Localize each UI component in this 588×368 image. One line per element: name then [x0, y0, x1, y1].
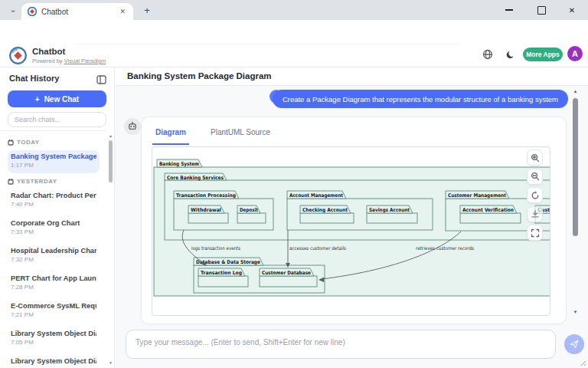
- chat-item[interactable]: Radar Chart: Product Perfor... 7:40 PM: [8, 189, 100, 212]
- chat-item-selected[interactable]: Banking System Package Dia... 1:17 PM: [8, 150, 100, 173]
- dark-mode-moon-icon[interactable]: [506, 49, 515, 63]
- pkg-transaction-processing: Transaction Processing: [176, 192, 236, 199]
- search-input[interactable]: [8, 112, 106, 127]
- sidebar: Chat History + New Chat TODAY Banking Sy…: [0, 67, 115, 368]
- section-yesterday: YESTERDAY: [8, 178, 106, 185]
- package-diagram: Banking System Core Banking Services Tra…: [152, 147, 550, 316]
- chat-scroll-up-icon[interactable]: ▲: [572, 89, 579, 94]
- conversation-titlebar: Banking System Package Diagram: [115, 67, 588, 86]
- sidebar-scrollbar-thumb[interactable]: [109, 140, 113, 182]
- pkg-withdrawal: Withdrawal: [191, 207, 221, 213]
- chat-item[interactable]: Hospital Leadership Chart 7:32 PM: [8, 245, 100, 268]
- tab-plantuml-source[interactable]: PlantUML Source: [207, 125, 273, 145]
- calendar-icon: [8, 179, 14, 185]
- sidebar-title: Chat History: [9, 74, 59, 83]
- new-chat-label: New Chat: [44, 95, 80, 104]
- response-tabs: Diagram PlantUML Source: [152, 125, 273, 145]
- pkg-customer-management: Customer Management: [448, 192, 506, 199]
- section-label: YESTERDAY: [17, 178, 57, 185]
- chat-item[interactable]: E-Commerce SysML Require... 7:21 PM: [8, 300, 100, 323]
- chat-item-title: Radar Chart: Product Perfor...: [11, 192, 96, 199]
- pkg-checking-account: Checking Account: [302, 207, 348, 213]
- chat-item-time: 7:33 PM: [11, 228, 96, 235]
- pkg-savings-account: Savings Account: [369, 207, 410, 213]
- assistant-response-card: Diagram PlantUML Source Banking System C…: [141, 117, 567, 324]
- pkg-database-storage: Database & Data Storage: [196, 259, 261, 265]
- tab-close-icon[interactable]: ✕: [118, 8, 127, 15]
- new-chat-button[interactable]: + New Chat: [8, 90, 106, 107]
- pkg-transaction-log: Transaction Log: [201, 270, 242, 276]
- powered-by: Powered by Visual Paradigm: [32, 58, 106, 64]
- chat-item-title: Library System Object Diagr...: [11, 357, 96, 365]
- window-maximize-button[interactable]: [528, 0, 554, 20]
- message-input[interactable]: [126, 330, 556, 359]
- app-title: Chatbot: [32, 47, 65, 56]
- browser-tab[interactable]: Chatbot ✕: [21, 3, 133, 20]
- main-panel: Banking System Package Diagram Create a …: [115, 67, 588, 368]
- conversation-title: Banking System Package Diagram: [127, 71, 272, 80]
- edge-label-accesses: accesses customer details: [289, 245, 346, 251]
- chat-item[interactable]: Corporate Org Chart 7:33 PM: [8, 217, 100, 240]
- pkg-account-management: Account Management: [289, 192, 343, 199]
- tab-favicon-icon: [28, 7, 37, 16]
- fullscreen-button[interactable]: [527, 225, 543, 241]
- paper-plane-icon: [570, 340, 579, 349]
- minimize-icon: [505, 9, 513, 10]
- browser-window: ⌄ Chatbot ✕ + ✕ ← → ↻ ai-toolbox.visual-…: [0, 0, 588, 368]
- new-tab-button[interactable]: +: [141, 5, 153, 17]
- chat-item-time: 7:21 PM: [11, 311, 96, 318]
- send-button[interactable]: [564, 334, 584, 354]
- language-globe-icon[interactable]: [482, 49, 493, 63]
- pkg-account-verification: Account Verification: [462, 207, 514, 213]
- more-apps-button[interactable]: More Apps: [523, 48, 563, 61]
- sidebar-scroll-down-icon[interactable]: ▼: [108, 360, 113, 365]
- chat-item-title: PERT Chart for App Launch: [11, 274, 96, 282]
- powered-prefix: Powered by: [32, 58, 63, 64]
- plus-icon: +: [35, 95, 40, 104]
- chat-item[interactable]: Library System Object Diagr...: [8, 355, 100, 368]
- chat-item[interactable]: Library System Object Diagr... 7:05 PM: [8, 327, 100, 350]
- tab-diagram[interactable]: Diagram: [152, 125, 189, 145]
- diagram-viewport: Banking System Core Banking Services Tra…: [152, 146, 550, 316]
- tab-title: Chatbot: [41, 8, 118, 16]
- window-minimize-button[interactable]: [496, 0, 522, 20]
- pkg-banking-system: Banking System: [159, 161, 199, 167]
- chat-item-title: Hospital Leadership Chart: [11, 247, 96, 255]
- section-today: TODAY: [8, 139, 106, 146]
- sidebar-scroll-up-icon[interactable]: ▲: [108, 133, 113, 138]
- chat-item-time: 7:05 PM: [11, 339, 96, 346]
- sidebar-collapse-icon[interactable]: [96, 74, 106, 83]
- robot-icon: [128, 122, 137, 131]
- visual-paradigm-link[interactable]: Visual Paradigm: [64, 58, 106, 64]
- chat-item[interactable]: PERT Chart for App Launch 7:28 PM: [8, 272, 100, 295]
- edge-label-retrieves: retrieves customer records: [416, 245, 474, 251]
- reset-view-button[interactable]: [527, 187, 543, 203]
- pkg-deposit: Deposit: [240, 207, 258, 213]
- tab-search-chevron-icon[interactable]: ⌄: [6, 4, 20, 16]
- user-message-bubble: Create a Package Diagram that represents…: [273, 90, 568, 108]
- chat-item-time: 7:32 PM: [11, 256, 96, 263]
- pkg-customer-database: Customer Database: [262, 270, 312, 276]
- chat-item-title: Banking System Package Dia...: [11, 153, 96, 160]
- assistant-avatar: [124, 118, 141, 135]
- app-logo: [9, 47, 27, 64]
- chat-item-time: 1:17 PM: [11, 162, 96, 169]
- chat-scrollbar-thumb[interactable]: [573, 98, 578, 236]
- user-avatar[interactable]: A: [567, 46, 583, 61]
- resize-handle[interactable]: [579, 359, 586, 366]
- chat-scroll-down-icon[interactable]: ▼: [572, 310, 579, 314]
- zoom-in-button[interactable]: [527, 150, 543, 166]
- download-button[interactable]: [527, 206, 543, 222]
- edge-label-logs: logs transaction events: [191, 245, 240, 251]
- window-close-button[interactable]: ✕: [559, 0, 585, 20]
- zoom-out-button[interactable]: [527, 169, 543, 185]
- chat-history-list: TODAY Banking System Package Dia... 1:17…: [0, 130, 106, 368]
- pkg-core-banking-services: Core Banking Services: [167, 175, 224, 181]
- browser-tabstrip: ⌄ Chatbot ✕ + ✕: [0, 0, 588, 20]
- chat-item-time: 7:40 PM: [11, 201, 96, 208]
- chat-item-title: E-Commerce SysML Require...: [11, 302, 96, 310]
- chat-item-title: Library System Object Diagr...: [11, 330, 96, 337]
- section-label: TODAY: [17, 139, 40, 146]
- maximize-icon: [537, 6, 546, 15]
- calendar-icon: [8, 140, 14, 146]
